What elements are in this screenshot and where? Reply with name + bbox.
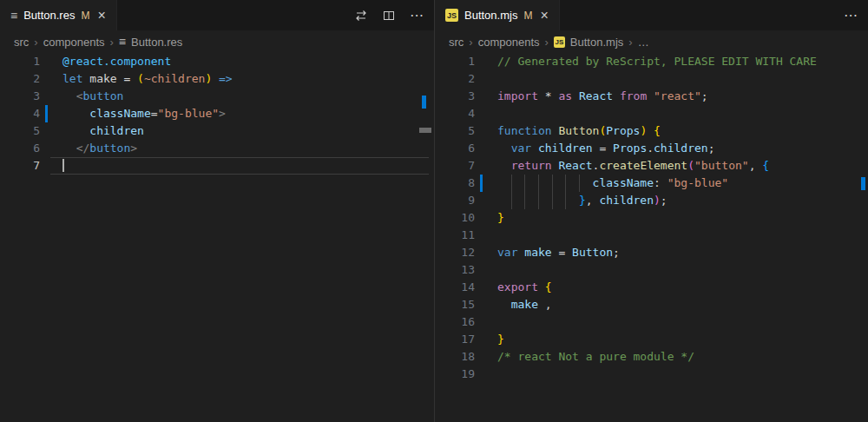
code-line[interactable]: 6 </button> — [0, 140, 434, 157]
close-tab-icon[interactable]: × — [97, 9, 105, 23]
line-number[interactable]: 1 — [0, 53, 40, 70]
breadcrumb-item-symbol[interactable]: … — [638, 36, 649, 49]
code-text: /* react Not a pure module */ — [497, 348, 694, 366]
code-line[interactable]: 7 — [0, 157, 434, 175]
code-line[interactable]: 10} — [435, 209, 868, 227]
vscode-window: ≡ Button.res M × ⋯ — [0, 0, 868, 422]
code-line[interactable]: 5function Button(Props) { — [435, 122, 868, 140]
tab-button-mjs[interactable]: JS Button.mjs M × — [435, 0, 560, 30]
more-actions-icon[interactable]: ⋯ — [842, 7, 859, 24]
breadcrumb-item-src[interactable]: src — [449, 36, 464, 49]
line-number[interactable]: 9 — [435, 192, 475, 209]
tab-button-res[interactable]: ≡ Button.res M × — [0, 0, 117, 30]
chevron-right-icon: › — [545, 36, 549, 49]
line-number[interactable]: 8 — [435, 175, 475, 192]
line-number[interactable]: 19 — [435, 366, 475, 383]
line-number[interactable]: 10 — [435, 209, 475, 227]
code-line[interactable]: 6 var children = Props.children; — [435, 140, 868, 157]
code-text: className="bg-blue"> — [62, 105, 226, 122]
code-text: children — [62, 122, 144, 140]
code-line[interactable]: 8 className: "bg-blue" — [435, 175, 868, 192]
code-text: } — [497, 331, 504, 348]
code-editor-left[interactable]: 1@react.component2let make = (~children)… — [0, 53, 434, 422]
code-text: import * as React from "react"; — [497, 88, 708, 105]
line-number[interactable]: 4 — [435, 105, 475, 122]
split-editor-icon[interactable] — [380, 7, 398, 24]
indent-guide — [538, 192, 539, 209]
line-number[interactable]: 6 — [435, 140, 475, 157]
code-line[interactable]: 19 — [435, 366, 868, 383]
code-line[interactable]: 13 — [435, 261, 868, 279]
text-cursor — [62, 159, 64, 172]
more-actions-icon[interactable]: ⋯ — [408, 7, 425, 24]
line-number[interactable]: 11 — [435, 227, 475, 244]
editor-pane-left: ≡ Button.res M × ⋯ — [0, 0, 434, 422]
line-number[interactable]: 6 — [0, 140, 40, 157]
code-line[interactable]: 3import * as React from "react"; — [435, 88, 868, 105]
res-file-icon: ≡ — [119, 36, 126, 48]
code-line[interactable]: 4 — [435, 105, 868, 122]
line-number[interactable]: 16 — [435, 313, 475, 331]
code-text: } — [497, 209, 504, 227]
line-number[interactable]: 15 — [435, 296, 475, 313]
line-number[interactable]: 3 — [0, 88, 40, 105]
line-number[interactable]: 1 — [435, 53, 475, 70]
gutter-modified-indicator — [45, 105, 48, 122]
code-line[interactable]: 3 <button — [0, 88, 434, 105]
line-number[interactable]: 14 — [435, 279, 475, 296]
close-tab-icon[interactable]: × — [540, 9, 548, 23]
code-line[interactable]: 2let make = (~children) => — [0, 70, 434, 88]
code-line[interactable]: 14export { — [435, 279, 868, 296]
breadcrumb-item-src[interactable]: src — [14, 36, 29, 49]
code-line[interactable]: 5 children — [0, 122, 434, 140]
code-text: <button — [62, 88, 123, 105]
line-number[interactable]: 3 — [435, 88, 475, 105]
line-number[interactable]: 5 — [0, 122, 40, 140]
line-number[interactable]: 18 — [435, 348, 475, 366]
indent-guide — [579, 175, 580, 192]
git-modified-badge: M — [81, 10, 89, 22]
tab-label: Button.mjs — [464, 9, 517, 22]
code-text: var children = Props.children; — [497, 140, 715, 157]
code-text: make , — [497, 296, 552, 313]
code-text: return React.createElement("button", { — [497, 157, 769, 175]
line-number[interactable]: 12 — [435, 244, 475, 261]
chevron-right-icon: › — [469, 36, 472, 49]
breadcrumb-item-components[interactable]: components — [43, 36, 105, 49]
code-line[interactable]: 12var make = Button; — [435, 244, 868, 261]
indent-guide — [552, 175, 553, 192]
line-number[interactable]: 4 — [0, 105, 40, 122]
breadcrumb-item-file[interactable]: Button.res — [131, 36, 182, 49]
line-number[interactable]: 13 — [435, 261, 475, 279]
code-line[interactable]: 2 — [435, 70, 868, 88]
line-number[interactable]: 17 — [435, 331, 475, 348]
code-line[interactable]: 11 — [435, 227, 868, 244]
tab-bar-right: JS Button.mjs M × ⋯ — [435, 0, 868, 30]
code-line[interactable]: 9 }, children); — [435, 192, 868, 209]
line-number[interactable]: 7 — [435, 157, 475, 175]
code-line[interactable]: 4 className="bg-blue"> — [0, 105, 434, 122]
code-line[interactable]: 15 make , — [435, 296, 868, 313]
code-line[interactable]: 16 — [435, 313, 868, 331]
code-line[interactable]: 1// Generated by ReScript, PLEASE EDIT W… — [435, 53, 868, 70]
breadcrumb-item-file[interactable]: Button.mjs — [570, 36, 623, 49]
code-line[interactable]: 7 return React.createElement("button", { — [435, 157, 868, 175]
code-line[interactable]: 17} — [435, 331, 868, 348]
indent-guide — [552, 192, 553, 209]
code-editor-right[interactable]: 1// Generated by ReScript, PLEASE EDIT W… — [435, 53, 868, 422]
breadcrumb-item-components[interactable]: components — [478, 36, 540, 49]
line-number[interactable]: 2 — [435, 70, 475, 88]
line-number[interactable]: 2 — [0, 70, 40, 88]
indent-guide — [565, 192, 566, 209]
git-modified-badge: M — [523, 10, 532, 22]
code-line[interactable]: 1@react.component — [0, 53, 434, 70]
code-line[interactable]: 18/* react Not a pure module */ — [435, 348, 868, 366]
compare-changes-icon[interactable] — [352, 7, 370, 24]
code-text: className: "bg-blue" — [497, 175, 728, 192]
line-number[interactable]: 5 — [435, 122, 475, 140]
overview-modified-marker — [861, 177, 865, 190]
tab-bar-left: ≡ Button.res M × ⋯ — [0, 0, 434, 30]
chevron-right-icon: › — [628, 36, 632, 49]
line-number[interactable]: 7 — [0, 157, 40, 175]
indent-guide — [511, 192, 512, 209]
